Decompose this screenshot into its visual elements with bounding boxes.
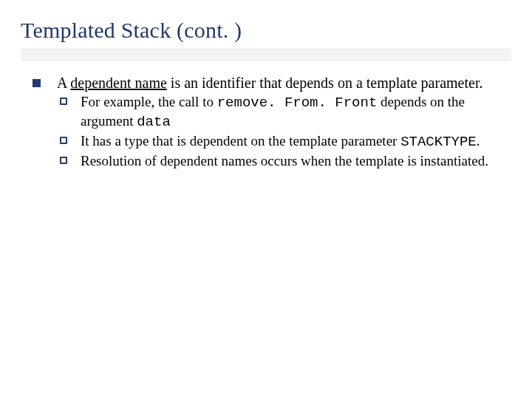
level1-text: A dependent name is an identifier that d… — [57, 74, 505, 169]
level2-item: It has a type that is dependent on the t… — [60, 132, 505, 151]
code-span: remove. From. Front — [217, 95, 378, 111]
text-fragment: For example, the call to — [81, 94, 217, 109]
code-span: data — [137, 114, 171, 130]
level2-text: For example, the call to remove. From. F… — [81, 93, 505, 130]
text-fragment: Resolution of dependent names occurs whe… — [81, 153, 488, 168]
text-fragment: . — [477, 133, 480, 149]
text-fragment: It has a type that is dependent on the t… — [81, 133, 400, 149]
defined-term: dependent name — [70, 75, 167, 91]
hollow-bullet-icon — [60, 137, 67, 144]
body: A dependent name is an identifier that d… — [21, 74, 511, 169]
square-bullet-icon — [33, 79, 41, 87]
level2-item: For example, the call to remove. From. F… — [60, 93, 505, 130]
code-span: STACKTYPE — [400, 134, 477, 150]
slide-title: Templated Stack (cont. ) — [21, 18, 511, 43]
slide: Templated Stack (cont. ) A dependent nam… — [0, 0, 532, 399]
level2-item: Resolution of dependent names occurs whe… — [60, 152, 505, 169]
hollow-bullet-icon — [60, 157, 67, 164]
level1-item: A dependent name is an identifier that d… — [33, 74, 505, 169]
level2-text: It has a type that is dependent on the t… — [81, 132, 505, 151]
hollow-bullet-icon — [60, 98, 67, 105]
sublist: For example, the call to remove. From. F… — [57, 93, 505, 169]
title-divider — [21, 49, 511, 61]
text-fragment: A — [57, 75, 70, 91]
level2-text: Resolution of dependent names occurs whe… — [81, 152, 505, 169]
text-fragment: is an identifier that depends on a templ… — [167, 75, 483, 91]
